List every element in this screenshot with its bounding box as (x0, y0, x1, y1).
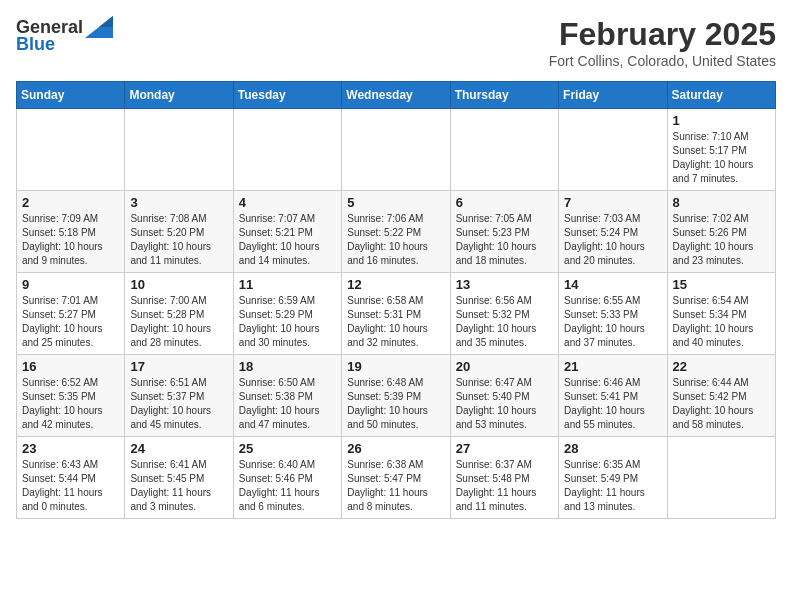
calendar-cell (233, 109, 341, 191)
day-info: Sunrise: 7:00 AMSunset: 5:28 PMDaylight:… (130, 294, 227, 350)
day-number: 24 (130, 441, 227, 456)
day-number: 21 (564, 359, 661, 374)
svg-marker-1 (99, 16, 113, 27)
day-info: Sunrise: 6:46 AMSunset: 5:41 PMDaylight:… (564, 376, 661, 432)
calendar-cell: 8Sunrise: 7:02 AMSunset: 5:26 PMDaylight… (667, 191, 775, 273)
calendar-table: SundayMondayTuesdayWednesdayThursdayFrid… (16, 81, 776, 519)
day-info: Sunrise: 6:50 AMSunset: 5:38 PMDaylight:… (239, 376, 336, 432)
day-number: 3 (130, 195, 227, 210)
weekday-header-monday: Monday (125, 82, 233, 109)
calendar-cell: 18Sunrise: 6:50 AMSunset: 5:38 PMDayligh… (233, 355, 341, 437)
day-info: Sunrise: 6:44 AMSunset: 5:42 PMDaylight:… (673, 376, 770, 432)
day-number: 8 (673, 195, 770, 210)
calendar-cell: 28Sunrise: 6:35 AMSunset: 5:49 PMDayligh… (559, 437, 667, 519)
day-number: 9 (22, 277, 119, 292)
day-info: Sunrise: 6:58 AMSunset: 5:31 PMDaylight:… (347, 294, 444, 350)
calendar-cell (125, 109, 233, 191)
day-info: Sunrise: 7:03 AMSunset: 5:24 PMDaylight:… (564, 212, 661, 268)
day-number: 20 (456, 359, 553, 374)
day-number: 23 (22, 441, 119, 456)
weekday-header-wednesday: Wednesday (342, 82, 450, 109)
weekday-header-row: SundayMondayTuesdayWednesdayThursdayFrid… (17, 82, 776, 109)
calendar-cell: 16Sunrise: 6:52 AMSunset: 5:35 PMDayligh… (17, 355, 125, 437)
day-info: Sunrise: 7:07 AMSunset: 5:21 PMDaylight:… (239, 212, 336, 268)
calendar-cell: 20Sunrise: 6:47 AMSunset: 5:40 PMDayligh… (450, 355, 558, 437)
logo-icon (85, 16, 113, 38)
day-number: 4 (239, 195, 336, 210)
day-number: 2 (22, 195, 119, 210)
calendar-cell: 15Sunrise: 6:54 AMSunset: 5:34 PMDayligh… (667, 273, 775, 355)
weekday-header-saturday: Saturday (667, 82, 775, 109)
calendar-cell: 27Sunrise: 6:37 AMSunset: 5:48 PMDayligh… (450, 437, 558, 519)
page-header: General Blue February 2025 Fort Collins,… (16, 16, 776, 69)
calendar-week-row: 16Sunrise: 6:52 AMSunset: 5:35 PMDayligh… (17, 355, 776, 437)
calendar-cell: 21Sunrise: 6:46 AMSunset: 5:41 PMDayligh… (559, 355, 667, 437)
day-info: Sunrise: 6:48 AMSunset: 5:39 PMDaylight:… (347, 376, 444, 432)
weekday-header-friday: Friday (559, 82, 667, 109)
calendar-week-row: 2Sunrise: 7:09 AMSunset: 5:18 PMDaylight… (17, 191, 776, 273)
calendar-cell (450, 109, 558, 191)
day-number: 22 (673, 359, 770, 374)
calendar-cell (559, 109, 667, 191)
calendar-cell: 1Sunrise: 7:10 AMSunset: 5:17 PMDaylight… (667, 109, 775, 191)
calendar-cell: 4Sunrise: 7:07 AMSunset: 5:21 PMDaylight… (233, 191, 341, 273)
calendar-cell: 10Sunrise: 7:00 AMSunset: 5:28 PMDayligh… (125, 273, 233, 355)
day-info: Sunrise: 7:01 AMSunset: 5:27 PMDaylight:… (22, 294, 119, 350)
weekday-header-thursday: Thursday (450, 82, 558, 109)
weekday-header-sunday: Sunday (17, 82, 125, 109)
day-number: 14 (564, 277, 661, 292)
day-number: 16 (22, 359, 119, 374)
day-info: Sunrise: 6:37 AMSunset: 5:48 PMDaylight:… (456, 458, 553, 514)
calendar-cell: 9Sunrise: 7:01 AMSunset: 5:27 PMDaylight… (17, 273, 125, 355)
day-info: Sunrise: 7:10 AMSunset: 5:17 PMDaylight:… (673, 130, 770, 186)
day-number: 18 (239, 359, 336, 374)
logo: General Blue (16, 16, 113, 55)
location-subtitle: Fort Collins, Colorado, United States (549, 53, 776, 69)
calendar-cell: 14Sunrise: 6:55 AMSunset: 5:33 PMDayligh… (559, 273, 667, 355)
day-number: 13 (456, 277, 553, 292)
calendar-cell (667, 437, 775, 519)
calendar-cell: 19Sunrise: 6:48 AMSunset: 5:39 PMDayligh… (342, 355, 450, 437)
calendar-cell: 22Sunrise: 6:44 AMSunset: 5:42 PMDayligh… (667, 355, 775, 437)
day-info: Sunrise: 7:09 AMSunset: 5:18 PMDaylight:… (22, 212, 119, 268)
month-year-title: February 2025 (549, 16, 776, 53)
calendar-cell: 26Sunrise: 6:38 AMSunset: 5:47 PMDayligh… (342, 437, 450, 519)
day-info: Sunrise: 7:05 AMSunset: 5:23 PMDaylight:… (456, 212, 553, 268)
day-number: 25 (239, 441, 336, 456)
day-number: 10 (130, 277, 227, 292)
day-info: Sunrise: 6:35 AMSunset: 5:49 PMDaylight:… (564, 458, 661, 514)
day-number: 5 (347, 195, 444, 210)
calendar-cell: 17Sunrise: 6:51 AMSunset: 5:37 PMDayligh… (125, 355, 233, 437)
day-number: 15 (673, 277, 770, 292)
calendar-cell: 13Sunrise: 6:56 AMSunset: 5:32 PMDayligh… (450, 273, 558, 355)
day-number: 17 (130, 359, 227, 374)
day-number: 11 (239, 277, 336, 292)
title-block: February 2025 Fort Collins, Colorado, Un… (549, 16, 776, 69)
calendar-week-row: 1Sunrise: 7:10 AMSunset: 5:17 PMDaylight… (17, 109, 776, 191)
day-number: 28 (564, 441, 661, 456)
day-number: 7 (564, 195, 661, 210)
day-info: Sunrise: 6:59 AMSunset: 5:29 PMDaylight:… (239, 294, 336, 350)
day-info: Sunrise: 6:55 AMSunset: 5:33 PMDaylight:… (564, 294, 661, 350)
day-info: Sunrise: 6:56 AMSunset: 5:32 PMDaylight:… (456, 294, 553, 350)
day-info: Sunrise: 7:06 AMSunset: 5:22 PMDaylight:… (347, 212, 444, 268)
calendar-cell: 3Sunrise: 7:08 AMSunset: 5:20 PMDaylight… (125, 191, 233, 273)
day-info: Sunrise: 6:51 AMSunset: 5:37 PMDaylight:… (130, 376, 227, 432)
day-info: Sunrise: 6:38 AMSunset: 5:47 PMDaylight:… (347, 458, 444, 514)
day-info: Sunrise: 7:02 AMSunset: 5:26 PMDaylight:… (673, 212, 770, 268)
day-number: 19 (347, 359, 444, 374)
day-info: Sunrise: 6:40 AMSunset: 5:46 PMDaylight:… (239, 458, 336, 514)
calendar-week-row: 23Sunrise: 6:43 AMSunset: 5:44 PMDayligh… (17, 437, 776, 519)
calendar-cell: 6Sunrise: 7:05 AMSunset: 5:23 PMDaylight… (450, 191, 558, 273)
day-info: Sunrise: 7:08 AMSunset: 5:20 PMDaylight:… (130, 212, 227, 268)
day-info: Sunrise: 6:43 AMSunset: 5:44 PMDaylight:… (22, 458, 119, 514)
day-number: 1 (673, 113, 770, 128)
calendar-cell: 25Sunrise: 6:40 AMSunset: 5:46 PMDayligh… (233, 437, 341, 519)
calendar-cell: 5Sunrise: 7:06 AMSunset: 5:22 PMDaylight… (342, 191, 450, 273)
day-info: Sunrise: 6:41 AMSunset: 5:45 PMDaylight:… (130, 458, 227, 514)
calendar-cell (342, 109, 450, 191)
day-number: 27 (456, 441, 553, 456)
calendar-cell: 11Sunrise: 6:59 AMSunset: 5:29 PMDayligh… (233, 273, 341, 355)
logo-blue: Blue (16, 34, 55, 55)
calendar-cell: 12Sunrise: 6:58 AMSunset: 5:31 PMDayligh… (342, 273, 450, 355)
